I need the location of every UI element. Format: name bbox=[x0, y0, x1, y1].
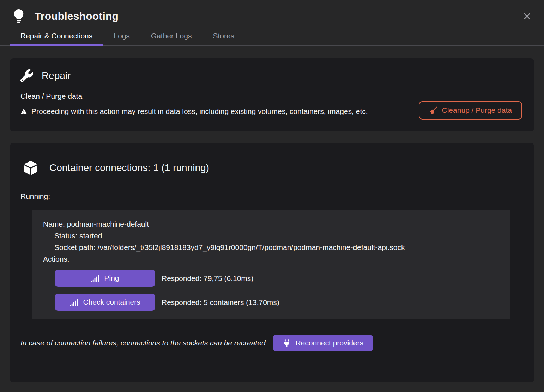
signal-bars-icon bbox=[69, 298, 78, 306]
check-containers-button[interactable]: Check containers bbox=[55, 294, 155, 311]
repair-heading: Repair bbox=[20, 69, 522, 82]
name-value: podman-machine-default bbox=[67, 220, 149, 228]
socket-label: Socket path: bbox=[54, 243, 96, 251]
connection-details-box: Name: podman-machine-default Status: sta… bbox=[32, 210, 510, 319]
warning-triangle-icon bbox=[20, 108, 27, 115]
status-label: Status: bbox=[54, 232, 77, 240]
cleanup-purge-button[interactable]: Cleanup / Purge data bbox=[419, 101, 522, 120]
signal-bars-icon bbox=[91, 274, 99, 282]
repair-card: Repair Clean / Purge data Proceeding wit… bbox=[10, 58, 534, 131]
tab-gather-logs[interactable]: Gather Logs bbox=[140, 27, 203, 45]
ping-action-row: Ping Responded: 79,75 (6.10ms) bbox=[55, 270, 500, 287]
reconnect-note: In case of connection failures, connecti… bbox=[20, 339, 267, 347]
container-connections-card: Container connections: 1 (1 running) Run… bbox=[10, 143, 534, 382]
tab-repair-connections[interactable]: Repair & Connections bbox=[10, 27, 103, 45]
lightbulb-icon bbox=[12, 7, 26, 25]
machine-socket-line: Socket path: /var/folders/_t/35l2jl89181… bbox=[43, 241, 500, 253]
machine-name-line: Name: podman-machine-default bbox=[43, 218, 500, 230]
warning-block: Proceeding with this action may result i… bbox=[20, 105, 368, 117]
repair-title: Repair bbox=[42, 70, 71, 81]
tab-logs[interactable]: Logs bbox=[103, 27, 140, 45]
page-header: Troubleshooting bbox=[0, 0, 544, 25]
clean-purge-label: Clean / Purge data bbox=[20, 92, 522, 100]
warning-text: Proceeding with this action may result i… bbox=[31, 105, 368, 117]
reconnect-row: In case of connection failures, connecti… bbox=[20, 335, 522, 351]
close-icon bbox=[523, 12, 531, 20]
close-button[interactable] bbox=[521, 10, 533, 23]
check-containers-button-label: Check containers bbox=[83, 298, 140, 306]
tab-bar: Repair & Connections Logs Gather Logs St… bbox=[0, 26, 544, 46]
repair-warning-row: Proceeding with this action may result i… bbox=[20, 105, 522, 120]
ping-response: Responded: 79,75 (6.10ms) bbox=[162, 272, 253, 284]
connections-heading: Container connections: 1 (1 running) bbox=[20, 159, 522, 177]
broom-icon bbox=[429, 106, 437, 115]
check-containers-response: Responded: 5 containers (13.70ms) bbox=[162, 296, 279, 308]
cleanup-purge-button-label: Cleanup / Purge data bbox=[442, 106, 512, 115]
ping-button-label: Ping bbox=[104, 274, 119, 282]
tab-stores[interactable]: Stores bbox=[202, 27, 245, 45]
page-title: Troubleshooting bbox=[35, 10, 119, 22]
running-label: Running: bbox=[20, 192, 522, 201]
socket-value: /var/folders/_t/35l2jl8918183yd7_y9lq91r… bbox=[98, 243, 405, 251]
status-value: started bbox=[79, 232, 102, 240]
ping-button[interactable]: Ping bbox=[55, 270, 155, 287]
reconnect-providers-button[interactable]: Reconnect providers bbox=[273, 335, 373, 351]
plug-icon bbox=[283, 339, 291, 347]
troubleshooting-content: Repair Clean / Purge data Proceeding wit… bbox=[0, 46, 544, 382]
reconnect-providers-button-label: Reconnect providers bbox=[295, 339, 363, 347]
name-label: Name: bbox=[43, 220, 65, 228]
container-cube-icon bbox=[23, 159, 39, 177]
actions-label: Actions: bbox=[43, 253, 500, 265]
wrench-icon bbox=[20, 69, 33, 82]
check-containers-action-row: Check containers Responded: 5 containers… bbox=[55, 294, 500, 311]
connections-title: Container connections: 1 (1 running) bbox=[49, 162, 209, 173]
machine-status-line: Status: started bbox=[43, 230, 500, 241]
